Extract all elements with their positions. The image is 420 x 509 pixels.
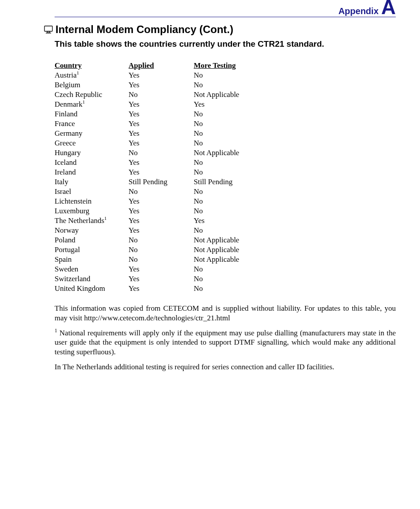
cell-applied: Yes <box>129 119 194 129</box>
cell-country: Norway <box>55 226 129 236</box>
table-row: PolandNoNot Applicable <box>55 236 251 245</box>
table-row: United KingdomYesNo <box>55 284 251 294</box>
cell-country: Switzerland <box>55 275 129 284</box>
cell-applied: No <box>129 245 194 255</box>
table-row: IrelandYesNo <box>55 168 251 178</box>
compliancy-table: Country Applied More Testing Austria1Yes… <box>55 61 251 294</box>
cell-more-testing: No <box>194 71 251 81</box>
cell-more-testing: No <box>194 129 251 139</box>
table-row: Denmark1YesYes <box>55 100 251 110</box>
col-header-more: More Testing <box>194 61 251 71</box>
cell-applied: Yes <box>129 197 194 207</box>
cell-applied: No <box>129 187 194 197</box>
footnote-text: National requirements will apply only if… <box>55 329 396 357</box>
table-row: Austria1YesNo <box>55 71 251 81</box>
cell-applied: Yes <box>129 110 194 119</box>
cell-more-testing: No <box>194 284 251 294</box>
body-paragraph: This information was copied from CETECOM… <box>55 304 396 323</box>
appendix-word: Appendix <box>339 6 379 16</box>
cell-country: United Kingdom <box>55 284 129 294</box>
cell-country: Germany <box>55 129 129 139</box>
cell-country: Sweden <box>55 265 129 275</box>
col-header-applied: Applied <box>129 61 194 71</box>
cell-applied: Yes <box>129 226 194 236</box>
cell-applied: Yes <box>129 284 194 294</box>
cell-more-testing: No <box>194 207 251 216</box>
table-row: LuxemburgYesNo <box>55 207 251 216</box>
cell-country: Lichtenstein <box>55 197 129 207</box>
table-row: FranceYesNo <box>55 119 251 129</box>
table-row: FinlandYesNo <box>55 110 251 119</box>
cell-applied: No <box>129 149 194 158</box>
cell-more-testing: No <box>194 110 251 119</box>
cell-more-testing: No <box>194 168 251 178</box>
table-row: ItalyStill PendingStill Pending <box>55 178 251 187</box>
table-row: The Netherlands1YesYes <box>55 216 251 226</box>
cell-applied: Yes <box>129 81 194 90</box>
table-row: SwitzerlandYesNo <box>55 275 251 284</box>
cell-country: Denmark1 <box>55 100 129 110</box>
cell-more-testing: Not Applicable <box>194 149 251 158</box>
table-row: Czech RepublicNoNot Applicable <box>55 90 251 100</box>
appendix-letter: A <box>381 0 396 19</box>
table-row: BelgiumYesNo <box>55 81 251 90</box>
col-header-country: Country <box>55 61 129 71</box>
cell-applied: Yes <box>129 129 194 139</box>
cell-country: Czech Republic <box>55 90 129 100</box>
cell-applied: Yes <box>129 158 194 168</box>
cell-country: Greece <box>55 139 129 149</box>
cell-more-testing: Yes <box>194 216 251 226</box>
cell-applied: Yes <box>129 275 194 284</box>
cell-country: Poland <box>55 236 129 245</box>
page-subtitle: This table shows the countries currently… <box>55 39 396 49</box>
cell-country: Portugal <box>55 245 129 255</box>
cell-country: Luxemburg <box>55 207 129 216</box>
cell-country: Italy <box>55 178 129 187</box>
table-row: NorwayYesNo <box>55 226 251 236</box>
table-row: PortugalNoNot Applicable <box>55 245 251 255</box>
cell-applied: No <box>129 255 194 265</box>
cell-more-testing: No <box>194 226 251 236</box>
table-row: GermanyYesNo <box>55 129 251 139</box>
cell-more-testing: No <box>194 265 251 275</box>
cell-applied: Yes <box>129 100 194 110</box>
cell-more-testing: Not Applicable <box>194 236 251 245</box>
cell-more-testing: No <box>194 81 251 90</box>
cell-country: Spain <box>55 255 129 265</box>
cell-country: Austria1 <box>55 71 129 81</box>
cell-applied: Yes <box>129 216 194 226</box>
cell-country: Ireland <box>55 168 129 178</box>
cell-more-testing: Yes <box>194 100 251 110</box>
appendix-label: AppendixA <box>339 0 396 19</box>
cell-more-testing: No <box>194 119 251 129</box>
cell-more-testing: Not Applicable <box>194 90 251 100</box>
cell-applied: No <box>129 90 194 100</box>
svg-rect-1 <box>47 31 50 33</box>
header-rule: AppendixA <box>55 17 396 17</box>
cell-country: Hungary <box>55 149 129 158</box>
cell-applied: No <box>129 236 194 245</box>
cell-more-testing: Still Pending <box>194 178 251 187</box>
table-row: IcelandYesNo <box>55 158 251 168</box>
cell-country: Finland <box>55 110 129 119</box>
cell-country: France <box>55 119 129 129</box>
cell-more-testing: No <box>194 197 251 207</box>
cell-more-testing: Not Applicable <box>194 255 251 265</box>
cell-country: Iceland <box>55 158 129 168</box>
body-paragraph: In The Netherlands additional testing is… <box>55 362 396 372</box>
table-row: IsraelNoNo <box>55 187 251 197</box>
cell-applied: Yes <box>129 265 194 275</box>
cell-country: Israel <box>55 187 129 197</box>
cell-applied: Yes <box>129 207 194 216</box>
table-row: LichtensteinYesNo <box>55 197 251 207</box>
table-row: GreeceYesNo <box>55 139 251 149</box>
cell-more-testing: No <box>194 158 251 168</box>
monitor-icon <box>44 26 53 33</box>
cell-more-testing: No <box>194 187 251 197</box>
svg-rect-0 <box>44 26 52 31</box>
cell-country: Belgium <box>55 81 129 90</box>
cell-country: The Netherlands1 <box>55 216 129 226</box>
cell-applied: Yes <box>129 71 194 81</box>
cell-more-testing: No <box>194 275 251 284</box>
cell-applied: Yes <box>129 139 194 149</box>
